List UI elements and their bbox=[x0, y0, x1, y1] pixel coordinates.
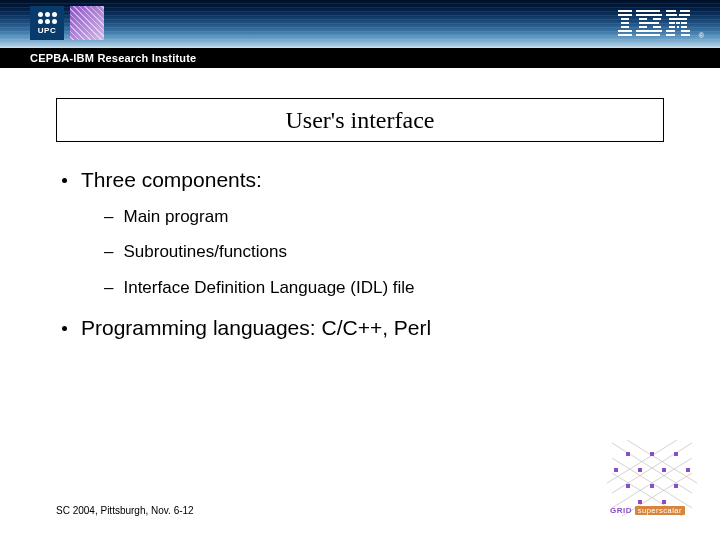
svg-rect-41 bbox=[650, 452, 654, 456]
svg-rect-22 bbox=[669, 22, 675, 24]
superscalar-text: superscalar bbox=[635, 506, 685, 515]
sub-bullet-item: – Interface Definition Language (IDL) fi… bbox=[104, 277, 658, 298]
upc-logo: UPC bbox=[30, 6, 64, 40]
svg-rect-5 bbox=[618, 30, 632, 32]
svg-rect-18 bbox=[666, 14, 677, 16]
svg-rect-27 bbox=[681, 26, 687, 28]
svg-rect-8 bbox=[636, 14, 662, 16]
svg-rect-24 bbox=[681, 22, 687, 24]
svg-rect-43 bbox=[614, 468, 618, 472]
svg-rect-12 bbox=[639, 26, 647, 28]
svg-rect-13 bbox=[653, 26, 661, 28]
grid-logo-label: GRID superscalar bbox=[610, 506, 685, 515]
dash-icon: – bbox=[104, 277, 113, 298]
svg-rect-2 bbox=[621, 18, 629, 20]
upc-logo-text: UPC bbox=[38, 26, 56, 35]
sub-bullet-text: Subroutines/functions bbox=[123, 241, 287, 262]
svg-rect-31 bbox=[681, 34, 690, 36]
dash-icon: – bbox=[104, 241, 113, 262]
svg-rect-40 bbox=[626, 452, 630, 456]
svg-rect-28 bbox=[666, 30, 675, 32]
ibm-logo bbox=[618, 10, 690, 38]
svg-rect-50 bbox=[638, 500, 642, 504]
svg-rect-23 bbox=[676, 22, 680, 24]
registered-mark: ® bbox=[699, 32, 704, 39]
svg-rect-44 bbox=[638, 468, 642, 472]
footer-text: SC 2004, Pittsburgh, Nov. 6-12 bbox=[56, 505, 194, 516]
svg-rect-9 bbox=[639, 18, 647, 20]
dash-icon: – bbox=[104, 206, 113, 227]
svg-rect-0 bbox=[618, 10, 632, 12]
svg-rect-16 bbox=[666, 10, 676, 12]
svg-rect-46 bbox=[686, 468, 690, 472]
svg-rect-19 bbox=[679, 14, 690, 16]
slide-title: User's interface bbox=[286, 107, 435, 134]
svg-rect-1 bbox=[618, 14, 632, 16]
svg-rect-26 bbox=[677, 26, 679, 28]
sub-bullet-text: Interface Definition Language (IDL) file bbox=[123, 277, 414, 298]
grid-text: GRID bbox=[610, 506, 632, 515]
svg-rect-4 bbox=[621, 26, 629, 28]
svg-rect-30 bbox=[666, 34, 675, 36]
svg-rect-15 bbox=[636, 34, 660, 36]
svg-rect-47 bbox=[626, 484, 630, 488]
sub-bullet-item: – Main program bbox=[104, 206, 658, 227]
cepba-logo bbox=[70, 6, 104, 40]
svg-rect-29 bbox=[681, 30, 690, 32]
svg-rect-14 bbox=[636, 30, 662, 32]
svg-rect-6 bbox=[618, 34, 632, 36]
sub-bullet-text: Main program bbox=[123, 206, 228, 227]
slide-header: UPC bbox=[0, 0, 720, 70]
svg-rect-51 bbox=[662, 500, 666, 504]
bullet-text: Programming languages: C/C++, Perl bbox=[81, 316, 431, 340]
header-black-bar: CEPBA-IBM Research Institute bbox=[0, 48, 720, 68]
sub-bullet-list: – Main program – Subroutines/functions –… bbox=[104, 206, 658, 298]
bullet-text: Three components: bbox=[81, 168, 262, 192]
svg-rect-7 bbox=[636, 10, 660, 12]
slide-title-box: User's interface bbox=[56, 98, 664, 142]
svg-rect-25 bbox=[669, 26, 675, 28]
svg-rect-48 bbox=[650, 484, 654, 488]
bullet-item: Three components: bbox=[62, 168, 658, 192]
sub-bullet-item: – Subroutines/functions bbox=[104, 241, 658, 262]
bullet-dot-icon bbox=[62, 326, 67, 331]
svg-rect-42 bbox=[674, 452, 678, 456]
institute-label: CEPBA-IBM Research Institute bbox=[30, 52, 196, 64]
svg-rect-45 bbox=[662, 468, 666, 472]
header-gradient: UPC bbox=[0, 0, 720, 48]
svg-rect-10 bbox=[653, 18, 661, 20]
svg-rect-11 bbox=[639, 22, 659, 24]
svg-rect-20 bbox=[669, 18, 678, 20]
bullet-item: Programming languages: C/C++, Perl bbox=[62, 316, 658, 340]
svg-rect-49 bbox=[674, 484, 678, 488]
svg-rect-21 bbox=[678, 18, 687, 20]
grid-superscalar-logo: GRID superscalar bbox=[602, 438, 702, 526]
slide-content: Three components: – Main program – Subro… bbox=[62, 168, 658, 354]
bullet-dot-icon bbox=[62, 178, 67, 183]
svg-rect-17 bbox=[680, 10, 690, 12]
header-stripes bbox=[0, 0, 720, 48]
svg-rect-3 bbox=[621, 22, 629, 24]
